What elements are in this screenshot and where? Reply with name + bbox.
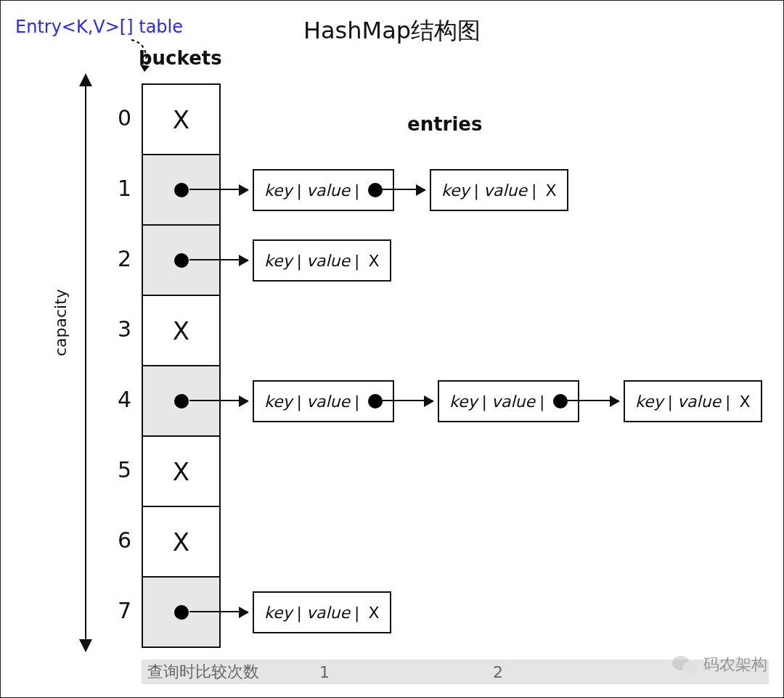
entry-value: value — [306, 181, 350, 200]
entry-node: key| value| X — [430, 169, 568, 211]
pointer-dot-icon — [174, 183, 189, 197]
entry-value: value — [491, 393, 535, 411]
entry-value: value — [306, 252, 350, 270]
bucket-cell: X — [143, 435, 219, 506]
entry-node: key| value| X — [624, 380, 762, 422]
pointer-arrow — [124, 37, 168, 81]
entry-key: key — [264, 252, 293, 270]
entry-key: key — [264, 604, 293, 622]
footer-col-2: 2 — [493, 663, 503, 681]
entry-key: key — [449, 393, 478, 411]
arrow-up-icon — [79, 73, 92, 86]
entry-node: key| value| X — [253, 239, 391, 282]
pointer-dot-icon — [553, 394, 568, 408]
entry-value: value — [306, 393, 350, 411]
entry-node: key| value| — [253, 380, 394, 422]
bucket-cell: X — [143, 83, 219, 154]
watermark-text: 码农架构 — [703, 654, 767, 676]
entry-key: key — [264, 393, 293, 411]
link-arrow — [189, 611, 248, 612]
bucket-index: 7 — [102, 598, 131, 623]
arrow-down-icon — [79, 639, 92, 652]
null-marker: X — [739, 393, 750, 411]
entry-node: key| value| — [438, 380, 579, 422]
wechat-icon — [671, 654, 698, 676]
capacity-axis — [85, 83, 86, 642]
link-arrow — [564, 400, 618, 401]
entry-node: key| value| X — [253, 591, 391, 633]
bucket-index: 2 — [102, 246, 131, 271]
link-arrow — [378, 400, 433, 401]
null-marker: X — [173, 105, 189, 134]
entry-key: key — [635, 393, 663, 411]
entry-key: key — [441, 181, 470, 200]
null-marker: X — [173, 316, 189, 345]
bucket-index: 1 — [102, 176, 131, 201]
null-marker: X — [173, 527, 189, 557]
svg-point-2 — [682, 662, 697, 673]
entry-node: key| value| — [253, 169, 394, 211]
bucket-index: 3 — [102, 316, 131, 342]
entry-value: value — [483, 181, 527, 200]
bucket-cell: X — [143, 506, 219, 576]
link-arrow — [189, 189, 248, 190]
bucket-cell: X — [143, 295, 219, 365]
bucket-array: X X X X — [142, 83, 221, 648]
watermark: 码农架构 — [671, 654, 767, 676]
bucket-index: 4 — [102, 387, 131, 412]
footer-col-1: 1 — [319, 663, 330, 681]
pointer-dot-icon — [174, 253, 189, 268]
diagram-frame: Entry<K,V>[] table HashMap结构图 buckets en… — [0, 0, 784, 698]
pointer-dot-icon — [174, 605, 189, 620]
null-marker: X — [368, 252, 379, 270]
bucket-index: 6 — [102, 527, 131, 553]
link-arrow — [189, 400, 248, 401]
link-arrow — [378, 189, 425, 190]
diagram-title: HashMap结构图 — [1, 15, 783, 47]
bucket-index: 0 — [102, 105, 131, 131]
null-marker: X — [173, 457, 189, 486]
footer-label: 查询时比较次数 — [142, 661, 259, 683]
pointer-dot-icon — [368, 394, 383, 408]
entry-value: value — [306, 604, 350, 622]
entries-heading: entries — [407, 113, 482, 135]
svg-marker-0 — [140, 65, 150, 72]
entry-key: key — [264, 181, 293, 200]
pointer-dot-icon — [174, 394, 189, 408]
capacity-axis-label: capacity — [52, 289, 70, 356]
pointer-dot-icon — [368, 183, 383, 197]
null-marker: X — [368, 604, 379, 622]
null-marker: X — [545, 181, 556, 200]
bucket-index: 5 — [102, 457, 131, 483]
link-arrow — [189, 259, 248, 260]
entry-value: value — [677, 393, 721, 411]
